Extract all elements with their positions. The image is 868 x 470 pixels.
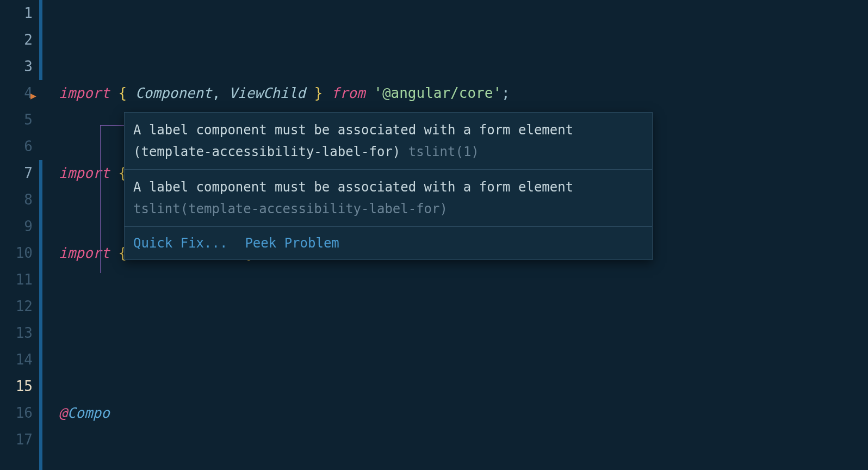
hover-message: A label component must be associated wit… <box>125 170 652 227</box>
peek-problem-button[interactable]: Peek Problem <box>245 232 339 254</box>
hover-message: A label component must be associated wit… <box>125 113 652 170</box>
line-number: 13 <box>0 320 33 347</box>
code-line: @Compo <box>59 400 868 426</box>
quick-fix-button[interactable]: Quick Fix... <box>133 232 227 254</box>
line-number: 8 <box>0 187 33 213</box>
line-number: 9 <box>0 213 33 240</box>
hover-actions: Quick Fix... Peek Problem <box>125 227 652 259</box>
line-number: 16 <box>0 400 33 426</box>
problem-hover-tooltip: A label component must be associated wit… <box>124 112 653 260</box>
line-number: 4 <box>0 80 33 107</box>
line-number: 2 <box>0 27 33 53</box>
line-number: 6 <box>0 133 33 160</box>
line-number: 15 <box>0 373 33 400</box>
line-number: 7 <box>0 160 33 187</box>
line-number: 3 <box>0 53 33 80</box>
line-number: 14 <box>0 347 33 373</box>
line-number-gutter: 1 2 3 4 5 6 7 8 9 10 11 12 13 14 15 16 1… <box>0 0 39 470</box>
collapse-folding-icon[interactable]: ▶ <box>30 82 36 109</box>
line-number: 1 <box>0 0 33 27</box>
line-number: 5 <box>0 107 33 133</box>
code-line: import { Component, ViewChild } from '@a… <box>59 80 868 107</box>
code-line <box>59 320 868 347</box>
line-number: 10 <box>0 240 33 267</box>
line-number: 11 <box>0 267 33 293</box>
line-number: 12 <box>0 293 33 320</box>
line-number: 17 <box>0 426 33 453</box>
